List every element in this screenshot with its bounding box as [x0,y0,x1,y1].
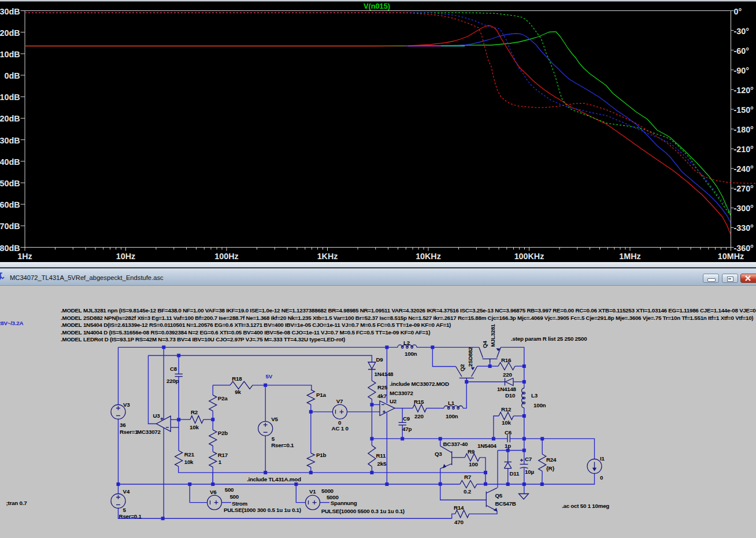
svg-text:.step param R list 25 250 2500: .step param R list 25 250 2500 [511,336,587,342]
svg-text:.MODEL 2SD882 NPN(Is=282f Xti=: .MODEL 2SD882 NPN(Is=282f Xti=3 Eg=1.11 … [61,315,753,321]
svg-text:220p: 220p [166,378,179,384]
svg-text:P2a: P2a [218,395,228,401]
svg-text:MJL3281: MJL3281 [490,323,496,347]
svg-text:Strom: Strom [232,500,248,507]
svg-text:V4: V4 [123,488,130,495]
svg-text:-50dB: -50dB [0,179,20,188]
svg-text:1p: 1p [505,443,511,449]
svg-text:-180°: -180° [734,125,754,134]
svg-text:-270°: -270° [734,184,754,193]
svg-text:R9: R9 [468,448,475,455]
svg-text:-60°: -60° [734,46,750,56]
svg-text:PULSE(10000 5500 0.3 1u 1u 0.1: PULSE(10000 5500 0.3 1u 1u 0.1) [321,508,405,514]
svg-text:MC33072: MC33072 [390,390,414,396]
svg-text:10µ: 10µ [525,469,534,475]
svg-text:28V~/3.2A: 28V~/3.2A [0,320,23,326]
svg-text:D9: D9 [376,356,384,363]
svg-text:100KHz: 100KHz [514,252,544,261]
svg-text:10k: 10k [502,419,511,426]
svg-text:V5: V5 [271,416,278,422]
svg-text:47p: 47p [402,426,412,432]
svg-text:-150°: -150° [734,105,754,115]
svg-text:220: 220 [503,371,512,378]
svg-text:1Hz: 1Hz [17,252,32,261]
svg-text:D10: D10 [505,392,516,399]
svg-text:V7: V7 [336,398,343,404]
svg-text:Rser=0.1: Rser=0.1 [271,442,294,448]
svg-text:-40dB: -40dB [0,157,20,167]
svg-text:10dB: 10dB [0,50,20,59]
svg-text:BC547B: BC547B [495,500,516,507]
svg-text:30dB: 30dB [0,7,20,16]
svg-text:-70dB: -70dB [0,222,20,231]
svg-text:Q4: Q4 [481,340,488,348]
svg-text:Rser=1: Rser=1 [120,429,138,435]
svg-text:R17: R17 [218,452,228,458]
svg-text:0: 0 [600,474,603,481]
svg-text:-210°: -210° [734,145,754,154]
svg-text:{R}: {R} [546,465,554,471]
svg-text:-240°: -240° [734,164,754,174]
svg-text:C6: C6 [505,429,512,436]
svg-text:500: 500 [229,493,239,500]
svg-text:R21: R21 [184,451,195,458]
svg-text:Rser=0.1: Rser=0.1 [119,513,142,519]
svg-text:5: 5 [123,507,127,513]
svg-text:.MODEL LEDRot D (IS=93.1P RS=4: .MODEL LEDRot D (IS=93.1P RS=42M N=3.73 … [61,336,345,342]
svg-text:.MODEL MJL3281 npn (IS=9.8145e: .MODEL MJL3281 npn (IS=9.8145e-12 BF=438… [61,307,756,314]
svg-text:V6: V6 [210,489,217,495]
svg-text:AC 1 0: AC 1 0 [332,425,349,432]
svg-text:-60dB: -60dB [0,200,20,209]
svg-text:C7: C7 [525,456,532,462]
svg-text:.include MC33072.MOD: .include MC33072.MOD [390,381,449,387]
svg-text:4k7: 4k7 [377,393,387,399]
svg-text:;tran 0.7: ;tran 0.7 [6,500,28,506]
svg-text:V(n015): V(n015) [364,2,390,10]
svg-text:L2: L2 [403,340,410,346]
svg-text:20dB: 20dB [0,28,20,38]
svg-text:1MHz: 1MHz [619,252,640,261]
svg-text:R14: R14 [454,504,464,511]
svg-text:P1a: P1a [316,392,326,398]
svg-text:2k5: 2k5 [377,460,387,467]
svg-text:V3: V3 [123,401,130,408]
svg-text:V1: V1 [309,488,316,495]
svg-text:100n: 100n [446,413,458,419]
svg-text:10Hz: 10Hz [116,252,135,261]
svg-text:-300°: -300° [734,204,754,213]
svg-text:1KHz: 1KHz [317,252,338,261]
svg-text:Q5: Q5 [495,492,503,499]
svg-text:U2: U2 [390,398,397,404]
svg-text:P1b: P1b [316,452,326,458]
svg-text:100Hz: 100Hz [214,252,238,261]
svg-text:.ac oct 50 1 10meg: .ac oct 50 1 10meg [562,503,609,509]
svg-text:470: 470 [454,519,464,525]
svg-text:100n: 100n [405,351,417,357]
svg-text:BC337-40: BC337-40 [443,441,468,447]
svg-text:5V: 5V [266,373,273,379]
svg-text:R16: R16 [501,357,512,363]
svg-text:10KHz: 10KHz [416,252,441,261]
svg-text:-90°: -90° [734,66,750,75]
svg-text:R25: R25 [377,384,388,390]
svg-text:10k: 10k [190,424,199,430]
svg-text:R12: R12 [501,406,512,412]
svg-text:100n: 100n [533,402,546,408]
svg-text:1N4148: 1N4148 [497,386,517,392]
svg-text:.MODEL 1N5404 D(IS=2.61339e-12: .MODEL 1N5404 D(IS=2.61339e-12 RS=0.0110… [61,322,451,328]
svg-text:PULSE(1000 300 0.5 1u 1u 0.1): PULSE(1000 300 0.5 1u 1u 0.1) [224,507,301,513]
svg-text:L1: L1 [448,400,455,406]
svg-text:500: 500 [225,487,234,493]
svg-text:R18: R18 [232,375,242,382]
svg-text:C9: C9 [403,415,410,422]
svg-text:C8: C8 [170,366,177,372]
svg-text:Q2: Q2 [459,364,465,371]
svg-text:R7: R7 [464,474,472,480]
svg-text:D11: D11 [510,470,520,477]
svg-text:2SD882: 2SD882 [467,347,473,367]
svg-text:L3: L3 [531,392,538,399]
svg-text:1N5404: 1N5404 [477,443,497,449]
svg-text:I1: I1 [600,455,605,462]
svg-text:R24: R24 [546,456,557,463]
svg-text:-30dB: -30dB [0,136,20,145]
